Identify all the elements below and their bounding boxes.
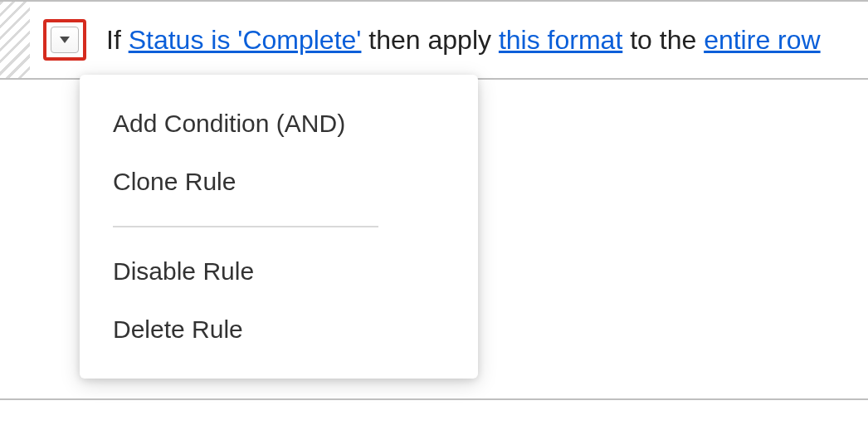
scope-link[interactable]: entire row [704, 25, 821, 55]
svg-marker-0 [60, 37, 70, 43]
caret-down-icon [59, 36, 71, 44]
rule-menu-button-inner [51, 27, 79, 53]
rule-text-middle-1: then apply [361, 25, 498, 55]
rule-text-prefix: If [106, 25, 129, 55]
drag-handle-strip[interactable] [0, 2, 30, 78]
rule-description: If Status is 'Complete' then apply this … [106, 25, 821, 56]
menu-item-clone-rule[interactable]: Clone Rule [80, 153, 478, 211]
bottom-border [0, 398, 868, 400]
rule-text-middle-2: to the [622, 25, 704, 55]
rule-context-menu: Add Condition (AND) Clone Rule Disable R… [80, 75, 478, 379]
menu-item-add-condition[interactable]: Add Condition (AND) [80, 95, 478, 153]
rule-row: If Status is 'Complete' then apply this … [0, 2, 868, 80]
menu-item-disable-rule[interactable]: Disable Rule [80, 242, 478, 301]
condition-link[interactable]: Status is 'Complete' [129, 25, 362, 55]
menu-divider [113, 226, 378, 227]
rule-menu-button[interactable] [43, 19, 86, 61]
menu-item-delete-rule[interactable]: Delete Rule [80, 301, 478, 359]
format-link[interactable]: this format [499, 25, 622, 55]
